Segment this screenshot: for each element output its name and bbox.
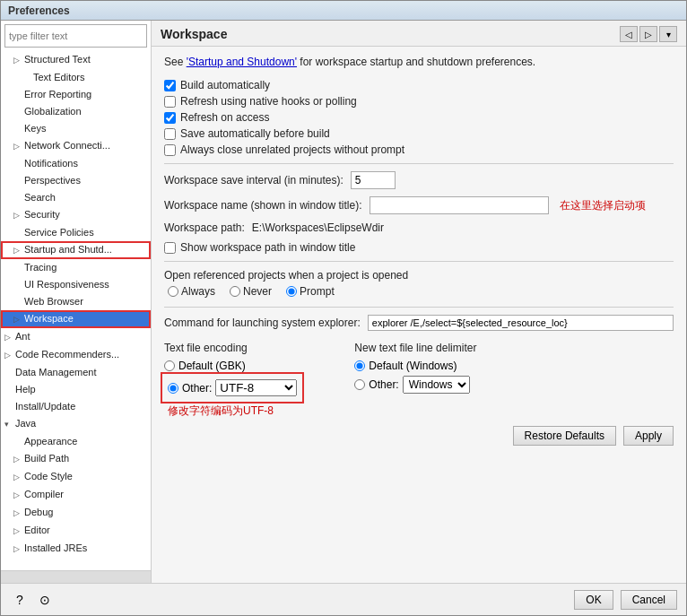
- encoding-other-highlighted: Other: UTF-8 GBK ISO-8859-1 UTF-16: [164, 376, 300, 400]
- tree-item-debug[interactable]: ▷Debug: [1, 504, 151, 522]
- tree-item-ant[interactable]: ▷Ant: [1, 328, 151, 346]
- help-icon-button[interactable]: ?: [10, 590, 30, 610]
- tree-item-code-recommenders[interactable]: ▷Code Recommenders...: [1, 346, 151, 364]
- tree-item-keys[interactable]: Keys: [1, 120, 151, 137]
- tree-arrow-debug: ▷: [13, 506, 24, 521]
- nav-forward-button[interactable]: ▷: [639, 26, 657, 42]
- tree-item-text-editors[interactable]: Text Editors: [1, 69, 151, 86]
- tree-label-perspectives: Perspectives: [24, 175, 81, 186]
- checkbox-save-auto[interactable]: [164, 128, 176, 140]
- checkbox-refresh-access[interactable]: [164, 112, 176, 124]
- encoding-title: Text file encoding: [164, 342, 300, 354]
- title-bar: Preferences: [1, 1, 686, 21]
- startup-link-row: See 'Startup and Shutdown' for workspace…: [164, 56, 674, 68]
- tree-label-code-style: Code Style: [24, 471, 73, 482]
- tree-item-build-path[interactable]: ▷Build Path: [1, 450, 151, 468]
- encoding-section: Text file encoding Default (GBK) Other: …: [164, 342, 674, 419]
- restore-defaults-button[interactable]: Restore Defaults: [513, 426, 616, 446]
- cmd-input[interactable]: [368, 315, 674, 331]
- save-interval-row: Workspace save interval (in minutes):: [164, 171, 674, 189]
- newline-other-label: Other:: [369, 378, 398, 391]
- workspace-name-input[interactable]: [370, 196, 549, 214]
- encoding-select[interactable]: UTF-8 GBK ISO-8859-1 UTF-16: [215, 379, 297, 396]
- newline-select[interactable]: Windows Unix Mac: [403, 376, 470, 394]
- tree-arrow-structured-text: ▷: [13, 53, 24, 68]
- tree-arrow-security: ▷: [13, 208, 24, 223]
- show-path-checkbox[interactable]: [164, 242, 176, 254]
- checkbox-row-save-auto: Save automatically before build: [164, 127, 674, 140]
- tree-item-editor[interactable]: ▷Editor: [1, 522, 151, 540]
- page-title: Workspace: [161, 27, 227, 41]
- tree-item-java[interactable]: ▾Java: [1, 415, 151, 433]
- checkbox-refresh-native[interactable]: [164, 96, 176, 108]
- tree-label-compiler: Compiler: [24, 489, 64, 499]
- tree-label-keys: Keys: [24, 123, 46, 134]
- open-projects-section: Open referenced projects when a project …: [164, 269, 674, 298]
- bottom-left: ? ⊙: [10, 590, 55, 610]
- tree-item-perspectives[interactable]: Perspectives: [1, 172, 151, 189]
- tree-item-globalization[interactable]: Globalization: [1, 103, 151, 120]
- tree-item-appearance[interactable]: Appearance: [1, 433, 151, 450]
- apply-button[interactable]: Apply: [623, 426, 674, 446]
- tree-item-help[interactable]: Help: [1, 381, 151, 398]
- horizontal-scrollbar[interactable]: [1, 570, 151, 583]
- tree-item-tracing[interactable]: Tracing: [1, 259, 151, 276]
- checkbox-close-unrelated[interactable]: [164, 144, 176, 156]
- tree-item-ui-responsiveness[interactable]: UI Responsiveness: [1, 276, 151, 293]
- tree-label-installed-jres: Installed JREs: [24, 542, 87, 553]
- tree-item-network-connections[interactable]: ▷Network Connecti...: [1, 137, 151, 155]
- link-prefix: See: [164, 56, 187, 68]
- tree-item-workspace[interactable]: ▷Workspace: [1, 310, 151, 328]
- checkboxes-section: Build automaticallyRefresh using native …: [164, 79, 674, 156]
- tree-item-installed-jres[interactable]: ▷Installed JREs: [1, 540, 151, 558]
- checkbox-build-auto[interactable]: [164, 80, 176, 91]
- tree-label-appearance: Appearance: [24, 436, 77, 447]
- divider-1: [164, 163, 674, 164]
- cancel-button[interactable]: Cancel: [621, 590, 677, 610]
- save-interval-input[interactable]: [351, 171, 396, 189]
- nav-buttons: ◁ ▷ ▾: [620, 26, 677, 42]
- nav-back-button[interactable]: ◁: [620, 26, 638, 42]
- radio-never[interactable]: [230, 286, 240, 297]
- tree-label-search: Search: [24, 192, 56, 203]
- tree-item-notifications[interactable]: Notifications: [1, 155, 151, 172]
- radio-label-always: Always: [181, 285, 215, 298]
- encoding-other-row: Other: UTF-8 GBK ISO-8859-1 UTF-16: [164, 376, 300, 400]
- tree-item-web-browser[interactable]: Web Browser: [1, 293, 151, 310]
- tree-item-error-reporting[interactable]: Error Reporting: [1, 86, 151, 103]
- tree-item-install-update[interactable]: Install/Update: [1, 398, 151, 415]
- workspace-name-label: Workspace name (shown in window title):: [164, 199, 362, 212]
- newline-other-row: Other: Windows Unix Mac: [354, 376, 476, 394]
- tree-item-security[interactable]: ▷Security: [1, 206, 151, 224]
- encoding-annotation: 修改字符编码为UTF-8: [168, 403, 300, 419]
- tree-item-code-style[interactable]: ▷Code Style: [1, 468, 151, 486]
- ok-button[interactable]: OK: [574, 590, 613, 610]
- main-content: ▷Structured TextText EditorsError Report…: [1, 21, 686, 583]
- startup-shutdown-link[interactable]: 'Startup and Shutdown': [187, 56, 297, 68]
- newline-other-radio[interactable]: [354, 379, 365, 390]
- radio-prompt[interactable]: [286, 286, 297, 297]
- encoding-default-radio[interactable]: [164, 360, 175, 371]
- workspace-path-label: Workspace path:: [164, 221, 245, 234]
- tree-item-structured-text[interactable]: ▷Structured Text: [1, 51, 151, 69]
- link-suffix: for workspace startup and shutdown prefe…: [297, 56, 535, 68]
- tree-item-compiler[interactable]: ▷Compiler: [1, 486, 151, 504]
- radio-option-prompt: Prompt: [286, 285, 335, 298]
- save-interval-label: Workspace save interval (in minutes):: [164, 174, 344, 187]
- radio-always[interactable]: [168, 286, 178, 297]
- filter-input[interactable]: [4, 24, 147, 48]
- link-icon-button[interactable]: ⊙: [35, 590, 55, 610]
- encoding-other-radio[interactable]: [168, 383, 178, 394]
- nav-dropdown-button[interactable]: ▾: [659, 26, 677, 42]
- tree-item-search[interactable]: Search: [1, 189, 151, 206]
- radio-label-never: Never: [243, 285, 272, 298]
- tree-label-text-editors: Text Editors: [33, 72, 84, 82]
- newline-default-radio[interactable]: [354, 360, 365, 371]
- tree-item-startup-shutdown[interactable]: ▷Startup and Shutd...: [1, 241, 151, 259]
- checkbox-row-refresh-native: Refresh using native hooks or polling: [164, 95, 674, 108]
- tree-item-service-policies[interactable]: Service Policies: [1, 224, 151, 241]
- tree-arrow-startup-shutdown: ▷: [13, 243, 24, 258]
- tree-label-error-reporting: Error Reporting: [24, 89, 91, 100]
- tree-arrow-network-connections: ▷: [13, 139, 24, 154]
- tree-item-data-management[interactable]: Data Management: [1, 364, 151, 381]
